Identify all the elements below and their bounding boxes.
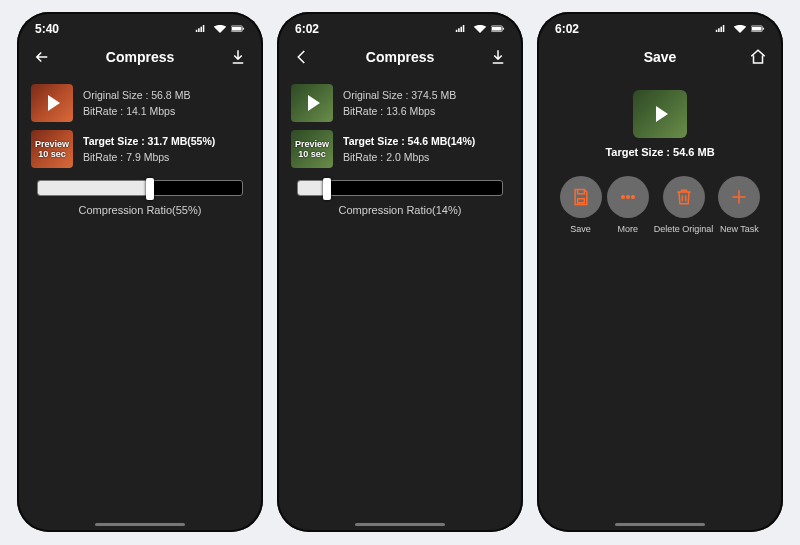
play-icon	[308, 95, 320, 111]
content: Original Size : 374.5 MB BitRate : 13.6 …	[277, 78, 523, 228]
slider-fill	[38, 181, 150, 195]
target-row: Preview 10 sec Target Size : 54.6 MB(14%…	[291, 130, 509, 168]
play-icon	[48, 95, 60, 111]
status-bar: 5:40	[17, 12, 263, 40]
page-title: Save	[644, 49, 677, 65]
home-button[interactable]	[747, 46, 769, 68]
preview-label-top: Preview	[295, 139, 329, 149]
download-button[interactable]	[227, 46, 249, 68]
phone-screen-3: 6:02 Save Target Size : 54.6 MB Save Mor…	[537, 12, 783, 532]
target-size-label: Target Size : 31.7 MB(55%)	[83, 135, 215, 147]
home-indicator[interactable]	[95, 523, 185, 526]
original-row: Original Size : 56.8 MB BitRate : 14.1 M…	[31, 84, 249, 122]
svg-rect-2	[243, 28, 244, 30]
new-task-label: New Task	[720, 224, 759, 234]
back-button[interactable]	[31, 46, 53, 68]
svg-rect-4	[492, 27, 502, 31]
phone-screen-2: 6:02 Compress Original Size : 374.5 MB B…	[277, 12, 523, 532]
original-row: Original Size : 374.5 MB BitRate : 13.6 …	[291, 84, 509, 122]
more-icon	[607, 176, 649, 218]
original-bitrate-label: BitRate : 14.1 Mbps	[83, 105, 190, 117]
original-bitrate-label: BitRate : 13.6 Mbps	[343, 105, 456, 117]
content: Original Size : 56.8 MB BitRate : 14.1 M…	[17, 78, 263, 228]
back-button-placeholder	[551, 46, 573, 68]
svg-rect-5	[503, 28, 504, 30]
compression-ratio-label: Compression Ratio(14%)	[297, 204, 503, 216]
preview-label-bottom: 10 sec	[298, 149, 326, 159]
save-icon	[560, 176, 602, 218]
trash-icon	[663, 176, 705, 218]
page-title: Compress	[366, 49, 434, 65]
result-size-label: Target Size : 54.6 MB	[605, 146, 714, 158]
slider-knob[interactable]	[323, 178, 331, 200]
download-button[interactable]	[487, 46, 509, 68]
original-size-label: Original Size : 56.8 MB	[83, 89, 190, 101]
svg-rect-8	[763, 28, 764, 30]
plus-icon	[718, 176, 760, 218]
page-title: Compress	[106, 49, 174, 65]
status-indicators	[195, 24, 245, 34]
preview-thumbnail[interactable]: Preview 10 sec	[31, 130, 73, 168]
title-bar: Compress	[17, 40, 263, 78]
more-label: More	[617, 224, 638, 234]
original-thumbnail[interactable]	[291, 84, 333, 122]
new-task-action[interactable]: New Task	[718, 176, 760, 234]
slider-knob[interactable]	[146, 178, 154, 200]
more-action[interactable]: More	[607, 176, 649, 234]
play-icon	[656, 106, 668, 122]
status-time: 6:02	[295, 22, 319, 36]
target-row: Preview 10 sec Target Size : 31.7 MB(55%…	[31, 130, 249, 168]
svg-rect-1	[232, 27, 242, 31]
svg-point-11	[631, 196, 634, 199]
status-time: 6:02	[555, 22, 579, 36]
phone-screen-1: 5:40 Compress Original Size : 56.8 MB Bi…	[17, 12, 263, 532]
target-bitrate-label: BitRate : 2.0 Mbps	[343, 151, 475, 163]
status-bar: 6:02	[537, 12, 783, 40]
preview-label-top: Preview	[35, 139, 69, 149]
status-indicators	[455, 24, 505, 34]
title-bar: Save	[537, 40, 783, 78]
preview-thumbnail[interactable]: Preview 10 sec	[291, 130, 333, 168]
compression-ratio-label: Compression Ratio(55%)	[37, 204, 243, 216]
original-thumbnail[interactable]	[31, 84, 73, 122]
home-indicator[interactable]	[355, 523, 445, 526]
action-row: Save More Delete Original New Task	[551, 176, 769, 234]
back-button[interactable]	[291, 46, 313, 68]
svg-rect-7	[752, 27, 762, 31]
title-bar: Compress	[277, 40, 523, 78]
status-indicators	[715, 24, 765, 34]
compression-slider[interactable]: Compression Ratio(14%)	[297, 180, 503, 216]
status-bar: 6:02	[277, 12, 523, 40]
save-action[interactable]: Save	[560, 176, 602, 234]
save-label: Save	[570, 224, 591, 234]
result-thumbnail[interactable]	[633, 90, 687, 138]
compression-slider[interactable]: Compression Ratio(55%)	[37, 180, 243, 216]
target-bitrate-label: BitRate : 7.9 Mbps	[83, 151, 215, 163]
status-time: 5:40	[35, 22, 59, 36]
preview-label-bottom: 10 sec	[38, 149, 66, 159]
target-size-label: Target Size : 54.6 MB(14%)	[343, 135, 475, 147]
original-size-label: Original Size : 374.5 MB	[343, 89, 456, 101]
content: Target Size : 54.6 MB Save More Delete O…	[537, 78, 783, 240]
home-indicator[interactable]	[615, 523, 705, 526]
svg-point-9	[621, 196, 624, 199]
delete-original-action[interactable]: Delete Original	[654, 176, 714, 234]
svg-point-10	[626, 196, 629, 199]
delete-original-label: Delete Original	[654, 224, 714, 234]
